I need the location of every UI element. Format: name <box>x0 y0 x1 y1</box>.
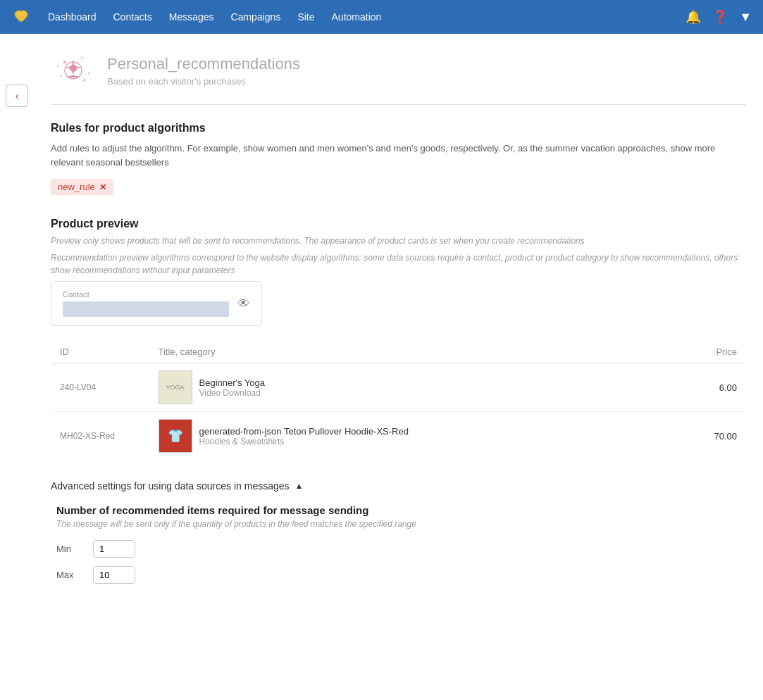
navbar-actions: 🔔 ❓ ▼ <box>686 9 752 25</box>
page-layout: ‹ <box>0 34 763 700</box>
page-header-text: Personal_recommendations Based on each v… <box>107 55 300 87</box>
svg-point-5 <box>70 65 77 72</box>
product-cat-2: Hoodies & Sweatshirts <box>199 437 409 446</box>
product-cat-1: Video Download <box>199 388 266 398</box>
col-price: Price <box>668 341 746 363</box>
page-icon <box>51 48 96 93</box>
nav-campaigns[interactable]: Campaigns <box>231 11 281 23</box>
advanced-settings: Advanced settings for using data sources… <box>51 480 746 584</box>
contact-field-inner: Contact <box>63 290 229 317</box>
rules-title: Rules for product algorithms <box>51 122 746 135</box>
tag-close-icon[interactable]: ✕ <box>99 182 106 192</box>
page-subtitle: Based on each visitor's purchases <box>107 76 300 87</box>
min-label: Min <box>56 544 85 554</box>
page-header: Personal_recommendations Based on each v… <box>51 48 746 105</box>
min-input[interactable] <box>93 540 135 558</box>
advanced-inner: Number of recommended items required for… <box>51 504 746 584</box>
preview-note-2: Recommendation preview algorithms corres… <box>51 251 746 277</box>
product-table: ID Title, category Price 240-LV04 YOGA <box>51 340 746 461</box>
nav-messages[interactable]: Messages <box>169 11 214 23</box>
preview-note-1: Preview only shows products that will be… <box>51 235 746 247</box>
nav-site[interactable]: Site <box>297 11 314 23</box>
product-title-cell-1: YOGA Beginner's Yoga Video Download <box>150 363 668 412</box>
product-id-2: MH02-XS-Red <box>51 412 150 461</box>
dropdown-icon[interactable]: ▼ <box>739 10 752 25</box>
contact-field-box: Contact 👁 <box>51 281 262 326</box>
product-id-1: 240-LV04 <box>51 363 150 412</box>
navbar-links: Dashboard Contacts Messages Campaigns Si… <box>48 11 686 23</box>
nav-dashboard[interactable]: Dashboard <box>48 11 97 23</box>
chevron-up-icon: ▲ <box>295 481 304 491</box>
advanced-toggle[interactable]: Advanced settings for using data sources… <box>51 480 746 492</box>
max-input[interactable] <box>93 566 135 584</box>
help-icon[interactable]: ❓ <box>712 9 728 25</box>
advanced-toggle-label: Advanced settings for using data sources… <box>51 480 290 492</box>
product-preview-section: Product preview Preview only shows produ… <box>51 218 746 461</box>
max-label: Max <box>56 570 85 580</box>
table-row: 240-LV04 YOGA Beginner's Yoga Video Down… <box>51 363 746 412</box>
nav-automation[interactable]: Automation <box>332 11 382 23</box>
advanced-note: The message will be sent only if the qua… <box>56 519 746 529</box>
svg-point-2 <box>81 57 83 59</box>
product-name-2: generated-from-json Teton Pullover Hoodi… <box>199 426 409 437</box>
tag-container: new_rule ✕ <box>51 179 746 195</box>
product-title-cell-2: 👕 generated-from-json Teton Pullover Hoo… <box>150 412 668 461</box>
product-preview-title: Product preview <box>51 218 746 230</box>
product-price-2: 70.00 <box>668 412 746 461</box>
logo <box>11 6 31 28</box>
svg-point-1 <box>63 61 67 64</box>
nav-contacts[interactable]: Contacts <box>113 11 152 23</box>
sidebar-collapse-button[interactable]: ‹ <box>6 85 28 107</box>
advanced-subtitle: Number of recommended items required for… <box>56 504 746 516</box>
page-title: Personal_recommendations <box>107 55 300 73</box>
main-content: Personal_recommendations Based on each v… <box>34 34 763 700</box>
svg-point-3 <box>60 75 62 77</box>
bell-icon[interactable]: 🔔 <box>686 9 701 25</box>
navbar: Dashboard Contacts Messages Campaigns Si… <box>0 0 763 34</box>
svg-point-4 <box>83 79 86 82</box>
rules-section: Rules for product algorithms Add rules t… <box>51 122 746 195</box>
product-name-1: Beginner's Yoga <box>199 377 266 388</box>
tag-label: new_rule <box>58 182 95 192</box>
sidebar-toggle-area: ‹ <box>0 34 34 700</box>
table-row: MH02-XS-Red 👕 generated-from-json Teton … <box>51 412 746 461</box>
col-title: Title, category <box>150 341 668 363</box>
max-field-row: Max <box>56 566 746 584</box>
product-price-1: 6.00 <box>668 363 746 412</box>
contact-label: Contact <box>63 290 229 299</box>
svg-point-6 <box>57 65 58 67</box>
col-id: ID <box>51 341 150 363</box>
product-thumb-1: YOGA <box>159 370 192 404</box>
rule-tag[interactable]: new_rule ✕ <box>51 179 113 195</box>
product-info-2: generated-from-json Teton Pullover Hoodi… <box>199 426 409 446</box>
product-info-1: Beginner's Yoga Video Download <box>199 377 266 398</box>
product-thumb-2: 👕 <box>159 419 192 453</box>
eye-icon[interactable]: 👁 <box>237 296 250 311</box>
svg-point-7 <box>88 73 89 74</box>
contact-input[interactable] <box>63 301 229 317</box>
min-field-row: Min <box>56 540 746 558</box>
rules-description: Add rules to adjust the algorithm. For e… <box>51 142 746 169</box>
